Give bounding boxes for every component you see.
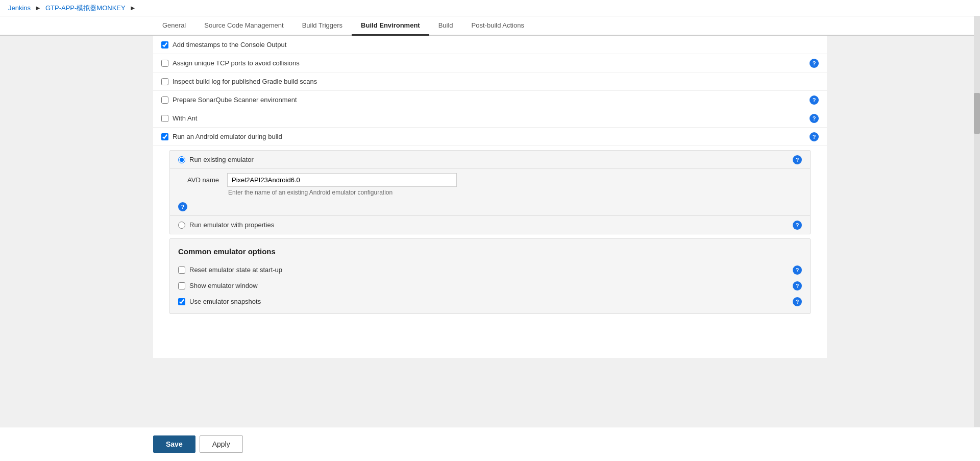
radio-row-properties: Run emulator with properties ?	[170, 215, 810, 234]
option-sonarqube-label[interactable]: Prepare SonarQube Scanner environment	[161, 96, 819, 104]
help-reset-state-icon[interactable]: ?	[793, 265, 802, 275]
avd-name-input[interactable]	[227, 173, 457, 187]
option-ant: With Ant ?	[153, 109, 827, 128]
avd-row: AVD name Enter the name of an existing A…	[170, 169, 810, 198]
help-use-snapshots-icon[interactable]: ?	[793, 297, 802, 306]
scrollbar-thumb[interactable]	[974, 93, 980, 134]
common-options-title: Common emulator options	[170, 243, 810, 262]
bottom-spacer	[153, 322, 827, 358]
radio-existing-label[interactable]: Run existing emulator	[178, 156, 802, 163]
checkbox-tcp-ports[interactable]	[161, 60, 168, 67]
help-run-properties-icon[interactable]: ?	[793, 221, 802, 230]
avd-hint: Enter the name of an existing Android em…	[227, 189, 802, 196]
help-ant-icon[interactable]: ?	[810, 114, 819, 123]
checkbox-timestamps[interactable]	[161, 41, 168, 48]
bottom-bar: Save Apply	[0, 427, 980, 456]
save-button[interactable]: Save	[153, 435, 195, 453]
help-tcp-ports-icon[interactable]: ?	[810, 59, 819, 68]
help-android-emulator-icon[interactable]: ?	[810, 132, 819, 141]
option-timestamps-label[interactable]: Add timestamps to the Console Output	[161, 41, 819, 48]
radio-properties[interactable]	[178, 222, 185, 229]
option-tcp-ports-label[interactable]: Assign unique TCP ports to avoid collisi…	[161, 59, 819, 67]
tab-general[interactable]: General	[153, 16, 195, 36]
tab-post-build[interactable]: Post-build Actions	[462, 16, 533, 36]
checkbox-gradle[interactable]	[161, 78, 168, 85]
option-gradle: Inspect build log for published Gradle b…	[153, 72, 827, 91]
content-area: Add timestamps to the Console Output Ass…	[153, 36, 827, 358]
tab-build[interactable]: Build	[429, 16, 462, 36]
option-reset-state: Reset emulator state at start-up ?	[170, 262, 810, 278]
option-timestamps: Add timestamps to the Console Output	[153, 36, 827, 54]
project-link[interactable]: GTP-APP-模拟器MONKEY	[45, 4, 126, 13]
main-content: Add timestamps to the Console Output Ass…	[0, 36, 980, 456]
option-ant-label[interactable]: With Ant	[161, 114, 819, 122]
breadcrumb: Jenkins ► GTP-APP-模拟器MONKEY ►	[0, 0, 980, 16]
apply-button[interactable]: Apply	[200, 435, 243, 453]
tab-source-code[interactable]: Source Code Management	[195, 16, 292, 36]
emulator-section: Run existing emulator ? AVD name Enter t…	[169, 150, 811, 234]
help-run-existing-icon[interactable]: ?	[793, 155, 802, 164]
help-sonarqube-icon[interactable]: ?	[810, 95, 819, 105]
avd-name-label: AVD name	[178, 173, 219, 184]
jenkins-link[interactable]: Jenkins	[8, 4, 31, 12]
tab-bar: General Source Code Management Build Tri…	[0, 16, 980, 36]
emulator-section-wrapper: Run existing emulator ? AVD name Enter t…	[153, 150, 827, 322]
option-sonarqube: Prepare SonarQube Scanner environment ?	[153, 91, 827, 109]
checkbox-use-snapshots[interactable]	[178, 298, 185, 305]
checkbox-show-window[interactable]	[178, 282, 185, 289]
checkbox-ant[interactable]	[161, 115, 168, 122]
help-avd-small-icon[interactable]: ?	[178, 202, 187, 211]
option-show-window-label[interactable]: Show emulator window	[178, 282, 802, 289]
option-tcp-ports: Assign unique TCP ports to avoid collisi…	[153, 54, 827, 72]
checkbox-reset-state[interactable]	[178, 266, 185, 274]
scrollbar[interactable]	[974, 16, 980, 456]
checkbox-android-emulator[interactable]	[161, 133, 168, 140]
checkbox-sonarqube[interactable]	[161, 96, 168, 104]
radio-existing[interactable]	[178, 156, 185, 163]
help-show-window-icon[interactable]: ?	[793, 281, 802, 290]
radio-row-existing: Run existing emulator ?	[170, 151, 810, 169]
option-use-snapshots-label[interactable]: Use emulator snapshots	[178, 298, 802, 305]
option-android-emulator-label[interactable]: Run an Android emulator during build	[161, 133, 819, 140]
option-reset-state-label[interactable]: Reset emulator state at start-up	[178, 266, 802, 274]
option-android-emulator: Run an Android emulator during build ?	[153, 128, 827, 146]
radio-properties-label[interactable]: Run emulator with properties	[178, 221, 802, 229]
tab-build-environment[interactable]: Build Environment	[352, 16, 429, 36]
option-use-snapshots: Use emulator snapshots ?	[170, 294, 810, 309]
breadcrumb-sep-1: ►	[35, 4, 41, 12]
breadcrumb-sep-2: ►	[130, 4, 136, 12]
option-gradle-label[interactable]: Inspect build log for published Gradle b…	[161, 78, 819, 85]
avd-input-group: Enter the name of an existing Android em…	[227, 173, 802, 196]
tab-build-triggers[interactable]: Build Triggers	[293, 16, 352, 36]
common-options-section: Common emulator options Reset emulator s…	[169, 238, 811, 314]
option-show-window: Show emulator window ?	[170, 278, 810, 294]
